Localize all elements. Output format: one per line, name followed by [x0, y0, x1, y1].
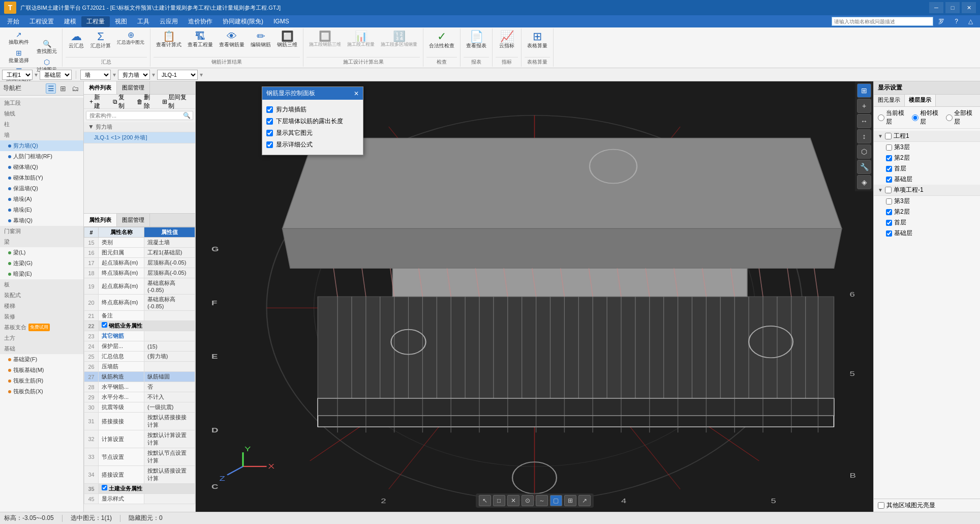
floor-p1-3rd[interactable]: 第3层 [874, 142, 980, 153]
radio-current-floor[interactable]: 当前模层 [878, 109, 908, 126]
floor-sp1-base[interactable]: 基础层 [874, 228, 980, 239]
checkbox-p1-floor1[interactable] [886, 166, 892, 172]
maximize-button[interactable]: □ [945, 2, 960, 13]
floor-sp1-2nd[interactable]: 第2层 [874, 207, 980, 217]
tree-item-wall-pier-e[interactable]: 墙垛(E) [0, 205, 83, 215]
tree-section-beam[interactable]: 梁 [0, 237, 83, 247]
vp-tb-expand[interactable]: ↗ [578, 495, 591, 506]
tree-item-hidden-beam[interactable]: 暗梁(E) [0, 269, 83, 279]
vp-icon-settings[interactable]: 🔧 [857, 160, 871, 174]
subproject1-section[interactable]: ▼ 单项工程-1 [874, 185, 980, 196]
floor-p1-base[interactable]: 基础层 [874, 174, 980, 185]
vp-tb-cross[interactable]: ✕ [507, 495, 519, 506]
element-type-select[interactable]: 墙 [80, 70, 111, 80]
vp-icon-display-settings[interactable]: ⊞ [857, 83, 871, 98]
checkbox-sp1-floor3[interactable] [886, 198, 892, 205]
tree-section-construction-segment[interactable]: 施工段 [0, 98, 83, 108]
legality-check-btn[interactable]: ✓ 合法性检查 [426, 30, 457, 51]
edit-rebar-btn[interactable]: ✏ 编辑钢筋 [248, 30, 273, 50]
menu-collab[interactable]: 协同建模(限免) [218, 16, 268, 27]
vp-icon-measure[interactable]: ◈ [857, 175, 871, 189]
menu-start[interactable]: 开始 [2, 16, 24, 27]
vp-icon-fit[interactable]: ↕ [857, 129, 871, 143]
new-component-btn[interactable]: + 新建 [86, 92, 108, 112]
menu-user[interactable]: 罗 [933, 16, 950, 27]
tree-section-slab[interactable]: 板 [0, 279, 83, 290]
floor-sp1-3rd[interactable]: 第3层 [874, 196, 980, 207]
nav-list-btn[interactable]: ☰ [46, 83, 56, 94]
checkbox-shear-wall-rebar[interactable] [266, 106, 273, 113]
view-report-btn[interactable]: 📄 查看报表 [464, 30, 489, 51]
tree-item-shear-wall[interactable]: 剪力墙(Q) [0, 140, 83, 151]
construct-rebar-3d-btn[interactable]: 🔲 施工段钢筋三维 [307, 30, 344, 49]
checkbox-sp1-base[interactable] [886, 230, 892, 237]
copy-component-btn[interactable]: ⧉ 复制 [109, 92, 132, 112]
floor-sp1-1st[interactable]: 首层 [874, 217, 980, 228]
tree-item-wall-pier-a[interactable]: 墙垛(A) [0, 194, 83, 205]
checkbox-sp1-floor1[interactable] [886, 220, 892, 226]
close-button[interactable]: ✕ [962, 2, 976, 13]
tree-item-foundation-beam[interactable]: 基础梁(F) [0, 354, 83, 365]
menu-price-coop[interactable]: 造价协作 [183, 16, 218, 27]
vp-icon-zoom-in[interactable]: + [857, 99, 871, 113]
floor-p1-1st[interactable]: 首层 [874, 163, 980, 174]
nav-tile-btn[interactable]: ⊞ [58, 83, 68, 94]
calc-summary-btn[interactable]: Σ 汇总计算 [88, 30, 113, 51]
checkbox-sp1-floor2[interactable] [886, 209, 892, 215]
subproject1-checkbox[interactable] [885, 187, 892, 193]
menu-igms[interactable]: IGMS [268, 17, 294, 26]
menu-cloud[interactable]: 云应用 [155, 16, 183, 27]
menu-help[interactable]: ? [950, 17, 963, 26]
tab-layer-manage2[interactable]: 图层管理 [117, 214, 150, 226]
project1-section[interactable]: ▼ 工程1 [874, 131, 980, 142]
tree-item-connecting-beam[interactable]: 连梁(G) [0, 258, 83, 269]
construct-multi-btn[interactable]: 🔢 施工段多区域钢量 [378, 30, 420, 49]
tree-item-curtain-wall[interactable]: 幕墙(Q) [0, 215, 83, 226]
tree-section-column[interactable]: 柱 [0, 119, 83, 130]
tree-section-earthwork[interactable]: 土方 [0, 333, 83, 343]
nav-tree-btn[interactable]: 🗂 [70, 83, 80, 94]
checkbox-show-other-elem[interactable] [266, 130, 273, 136]
vp-tb-rect[interactable]: □ [493, 495, 505, 506]
vp-tb-wireframe[interactable]: ▢ [550, 495, 562, 506]
tree-item-masonry-wall[interactable]: 砌体墙(Q) [0, 162, 83, 172]
menu-project-settings[interactable]: 工程设置 [24, 16, 59, 27]
checkbox-lower-wall-extend[interactable] [266, 118, 273, 125]
tree-item-masonry-rebar[interactable]: 砌体加筋(Y) [0, 172, 83, 183]
float-close-btn[interactable]: ✕ [354, 90, 359, 97]
checkbox-p1-base[interactable] [886, 177, 892, 183]
tree-item-civil-defense-wall[interactable]: 人防门框墙(RF) [0, 151, 83, 162]
project-select[interactable]: 工程1 [2, 70, 33, 80]
view-calc-btn[interactable]: 📋 查看计算式 [154, 30, 184, 50]
vp-tb-circle[interactable]: ⊙ [522, 495, 534, 506]
checkbox-show-detail-formula[interactable] [266, 141, 273, 148]
component-select[interactable]: JLQ-1 [157, 70, 198, 80]
component-section-shear-wall[interactable]: ▼ 剪力墙 [84, 122, 195, 132]
minimize-button[interactable]: ─ [929, 2, 943, 13]
wall-type-select[interactable]: 剪力墙 [118, 70, 150, 80]
vp-tb-cursor[interactable]: ↖ [479, 495, 491, 506]
vp-tb-grid[interactable]: ⊞ [564, 495, 576, 506]
rebar-props-checkbox[interactable] [102, 322, 107, 328]
other-region-bright-checkbox[interactable] [878, 502, 884, 509]
view-rebar-btn[interactable]: 👁 查看钢筋量 [217, 30, 247, 50]
checkbox-p1-floor2[interactable] [886, 155, 892, 161]
tree-section-decoration[interactable]: 装修 [0, 311, 83, 322]
batch-select-btn[interactable]: ⊞ 批量选择 [4, 48, 34, 65]
tab-floor-display[interactable]: 楼层显示 [905, 95, 936, 106]
tab-props-list[interactable]: 属性列表 [84, 214, 117, 226]
menu-build[interactable]: 建模 [59, 16, 81, 27]
checkbox-p1-floor3[interactable] [886, 144, 892, 151]
project1-checkbox[interactable] [885, 133, 892, 139]
tree-item-insulation-wall[interactable]: 保温墙(Q) [0, 183, 83, 194]
tree-section-prefab[interactable]: 装配式 [0, 290, 83, 301]
radio-all-floors[interactable]: 全部模层 [946, 109, 976, 126]
menu-quantity[interactable]: 工程量 [81, 16, 110, 27]
tree-section-axis[interactable]: 轴线 [0, 108, 83, 119]
tree-section-opening[interactable]: 门窗洞 [0, 226, 83, 237]
tree-section-stair[interactable]: 楼梯 [0, 301, 83, 311]
delete-component-btn[interactable]: 🗑 删除 [133, 92, 158, 112]
tree-item-raft-foundation[interactable]: 筏板基础(M) [0, 365, 83, 375]
floor-select[interactable]: 基础层 [40, 70, 72, 80]
floor-p1-2nd[interactable]: 第2层 [874, 153, 980, 163]
